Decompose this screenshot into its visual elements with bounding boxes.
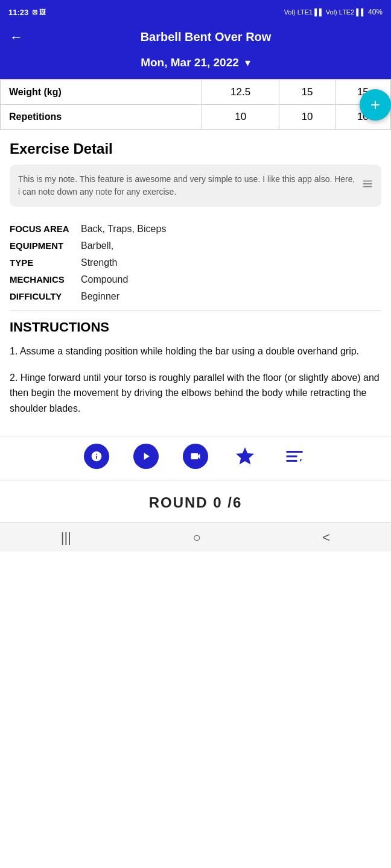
youtube-button[interactable] xyxy=(133,443,159,470)
instruction-step2: 2. Hinge forward until your torso is rou… xyxy=(10,370,381,417)
date-row[interactable]: Mon, Mar 21, 2022 ▾ xyxy=(0,52,391,79)
note-text: This is my note. This feature is awesome… xyxy=(18,173,357,198)
exercise-detail-section: Exercise Detail This is my note. This fe… xyxy=(0,130,391,224)
header: ← Barbell Bent Over Row xyxy=(0,24,391,52)
status-time: 11:23 ⊠ 🖼 xyxy=(8,8,46,17)
equipment-value: Barbell, xyxy=(81,241,113,251)
instruction-step1: 1. Assume a standing position while hold… xyxy=(10,344,381,359)
mechanics-row: MECHANICS Compound xyxy=(10,274,381,285)
signal-icons: Vol) LTE1 ▌▌ Vol) LTE2 ▌▌ xyxy=(284,8,366,16)
reps-set1[interactable]: 10 xyxy=(202,105,279,130)
focus-area-label: FOCUS AREA xyxy=(10,224,76,234)
note-icon xyxy=(361,177,374,194)
reps-set2[interactable]: 10 xyxy=(279,105,335,130)
difficulty-label: DIFFICULTY xyxy=(10,291,76,301)
workout-table: Weight (kg) 12.5 15 15 Repetitions 10 10… xyxy=(0,79,391,130)
focus-area-row: FOCUS AREA Back, Traps, Biceps xyxy=(10,224,381,234)
sets-table: Weight (kg) 12.5 15 15 Repetitions 10 10… xyxy=(0,80,391,130)
table-row-weight: Weight (kg) 12.5 15 15 xyxy=(1,80,391,105)
mechanics-value: Compound xyxy=(81,274,128,285)
type-label: TYPE xyxy=(10,257,76,268)
equipment-label: EQUIPMENT xyxy=(10,241,76,251)
nav-home-button[interactable]: ○ xyxy=(193,530,201,546)
reps-label: Repetitions xyxy=(1,105,202,130)
status-bar: 11:23 ⊠ 🖼 Vol) LTE1 ▌▌ Vol) LTE2 ▌▌ 40% xyxy=(0,0,391,24)
weight-set2[interactable]: 15 xyxy=(279,80,335,105)
difficulty-value: Beginner xyxy=(81,291,119,302)
detail-rows: FOCUS AREA Back, Traps, Biceps EQUIPMENT… xyxy=(0,224,391,302)
focus-area-value: Back, Traps, Biceps xyxy=(81,224,166,234)
time-display: 11:23 xyxy=(8,8,28,17)
status-icons: ⊠ 🖼 xyxy=(32,8,46,16)
instructions-title: INSTRUCTIONS xyxy=(10,319,381,335)
note-box[interactable]: This is my note. This feature is awesome… xyxy=(10,165,381,207)
navigation-bar: ||| ○ < xyxy=(0,522,391,552)
action-icon-row xyxy=(0,436,391,481)
divider xyxy=(10,310,381,311)
nav-back-button[interactable]: < xyxy=(322,530,330,546)
status-right: Vol) LTE1 ▌▌ Vol) LTE2 ▌▌ 40% xyxy=(284,8,383,16)
notes-edit-button[interactable] xyxy=(281,443,308,470)
round-display: ROUND 0 /6 xyxy=(149,494,243,511)
round-row: ROUND 0 /6 xyxy=(0,481,391,522)
video-icon xyxy=(183,444,208,469)
info-button[interactable] xyxy=(83,443,110,470)
instructions-section: INSTRUCTIONS 1. Assume a standing positi… xyxy=(0,319,391,436)
page-title: Barbell Bent Over Row xyxy=(30,30,381,44)
weight-set1[interactable]: 12.5 xyxy=(202,80,279,105)
equipment-row: EQUIPMENT Barbell, xyxy=(10,241,381,251)
table-row-reps: Repetitions 10 10 10 xyxy=(1,105,391,130)
youtube-icon xyxy=(133,444,159,469)
star-button[interactable] xyxy=(232,443,258,470)
weight-label: Weight (kg) xyxy=(1,80,202,105)
nav-menu-button[interactable]: ||| xyxy=(61,530,71,546)
battery-display: 40% xyxy=(368,8,383,16)
type-row: TYPE Strength xyxy=(10,257,381,268)
date-display: Mon, Mar 21, 2022 xyxy=(141,56,239,69)
difficulty-row: DIFFICULTY Beginner xyxy=(10,291,381,302)
exercise-detail-title: Exercise Detail xyxy=(10,140,381,157)
add-set-button[interactable]: + xyxy=(360,89,391,121)
mechanics-label: MECHANICS xyxy=(10,274,76,285)
back-button[interactable]: ← xyxy=(10,31,23,44)
info-icon xyxy=(84,444,109,469)
type-value: Strength xyxy=(81,257,117,268)
video-button[interactable] xyxy=(182,443,209,470)
chevron-down-icon: ▾ xyxy=(245,56,250,69)
